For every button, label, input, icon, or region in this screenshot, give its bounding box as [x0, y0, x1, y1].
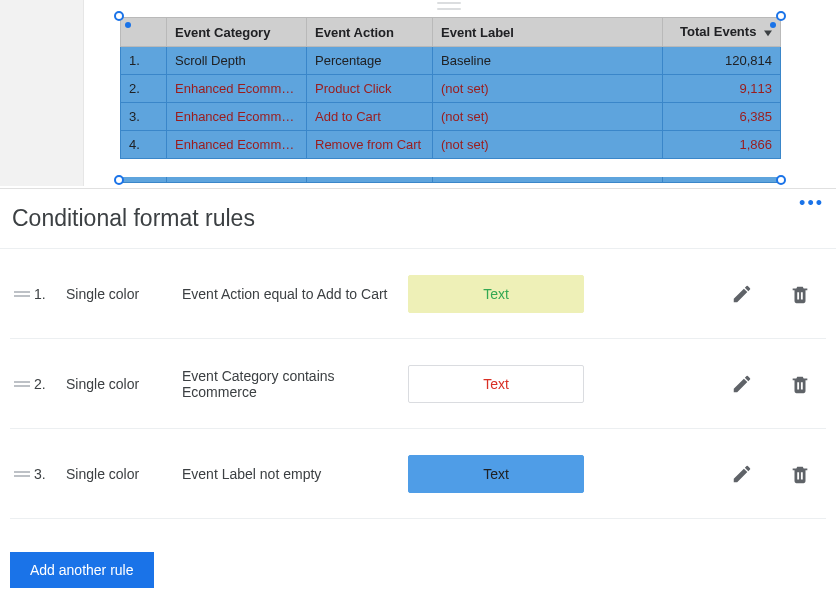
rule-type: Single color — [66, 376, 182, 392]
column-header-index[interactable] — [121, 18, 167, 47]
cell-total: 9,113 — [663, 75, 781, 103]
rule-number: 3. — [34, 466, 66, 482]
table-row[interactable]: 3. Enhanced Ecommerce Add to Cart (not s… — [121, 103, 781, 131]
row-index: 3. — [121, 103, 167, 131]
row-index: 2. — [121, 75, 167, 103]
column-header-total[interactable]: Total Events — [663, 18, 781, 47]
rule-type: Single color — [66, 286, 182, 302]
trash-icon — [789, 463, 811, 485]
rule-preview: Text — [408, 275, 584, 313]
rule-description: Event Action equal to Add to Cart — [182, 286, 408, 302]
column-header-action[interactable]: Event Action — [307, 18, 433, 47]
trash-icon — [789, 373, 811, 395]
edit-rule-button[interactable] — [730, 372, 754, 396]
selection-handle-bottom-right[interactable] — [776, 175, 786, 185]
conditional-format-panel: ••• Conditional format rules 1. Single c… — [0, 188, 836, 603]
selection-handle-top-right[interactable] — [776, 11, 786, 21]
delete-rule-button[interactable] — [788, 372, 812, 396]
rule-description: Event Category contains Ecommerce — [182, 368, 408, 400]
format-rule[interactable]: 3. Single color Event Label not empty Te… — [10, 429, 826, 519]
cell-label: (not set) — [433, 75, 663, 103]
cell-action: Product Click — [307, 75, 433, 103]
cell-label: Baseline — [433, 47, 663, 75]
data-table[interactable]: Event Category Event Action Event Label … — [120, 17, 780, 159]
row-index: 4. — [121, 131, 167, 159]
table-header-row: Event Category Event Action Event Label … — [121, 18, 781, 47]
table-row[interactable]: 2. Enhanced Ecommerce Product Click (not… — [121, 75, 781, 103]
selection-dot-icon — [770, 22, 776, 28]
selection-handle-bottom-left[interactable] — [114, 175, 124, 185]
cell-action: Remove from Cart — [307, 131, 433, 159]
pencil-icon — [731, 283, 753, 305]
column-header-label[interactable]: Event Label — [433, 18, 663, 47]
table-row[interactable]: 5. Enhanced Ecommerce Quickview Click An… — [121, 177, 781, 183]
selection-handle-top-left[interactable] — [114, 11, 124, 21]
cell-total: 6,385 — [663, 103, 781, 131]
cell-category: Enhanced Ecommerce — [167, 131, 307, 159]
format-rule[interactable]: 2. Single color Event Category contains … — [10, 339, 826, 429]
cell-total: 1,866 — [663, 131, 781, 159]
rule-preview: Text — [408, 365, 584, 403]
format-rule[interactable]: 1. Single color Event Action equal to Ad… — [10, 249, 826, 339]
cell-label: (not set) — [433, 131, 663, 159]
cell-category: Enhanced Ecommerce — [167, 75, 307, 103]
drag-handle-icon[interactable] — [10, 471, 34, 477]
data-table-overflow: 5. Enhanced Ecommerce Quickview Click An… — [120, 177, 780, 186]
cell-category: Enhanced Ecommerce — [167, 103, 307, 131]
rule-type: Single color — [66, 466, 182, 482]
cell-category: Scroll Depth — [167, 47, 307, 75]
pencil-icon — [731, 463, 753, 485]
column-header-category[interactable]: Event Category — [167, 18, 307, 47]
delete-rule-button[interactable] — [788, 282, 812, 306]
trash-icon — [789, 283, 811, 305]
cell-action: Add to Cart — [307, 103, 433, 131]
rule-number: 1. — [34, 286, 66, 302]
pencil-icon — [731, 373, 753, 395]
drag-handle-icon[interactable] — [10, 381, 34, 387]
more-options-icon[interactable]: ••• — [799, 193, 824, 214]
rule-number: 2. — [34, 376, 66, 392]
table-row[interactable]: 4. Enhanced Ecommerce Remove from Cart (… — [121, 131, 781, 159]
row-index: 1. — [121, 47, 167, 75]
rule-description: Event Label not empty — [182, 466, 408, 482]
edit-rule-button[interactable] — [730, 462, 754, 486]
panel-title: Conditional format rules — [0, 189, 836, 249]
add-rule-button[interactable]: Add another rule — [10, 552, 154, 588]
drag-handle-icon[interactable] — [437, 2, 461, 10]
drag-handle-icon[interactable] — [10, 291, 34, 297]
delete-rule-button[interactable] — [788, 462, 812, 486]
rule-preview: Text — [408, 455, 584, 493]
cell-label: (not set) — [433, 103, 663, 131]
cell-action: Percentage — [307, 47, 433, 75]
edit-rule-button[interactable] — [730, 282, 754, 306]
selection-dot-icon — [125, 22, 131, 28]
cell-total: 120,814 — [663, 47, 781, 75]
table-row[interactable]: 1. Scroll Depth Percentage Baseline 120,… — [121, 47, 781, 75]
